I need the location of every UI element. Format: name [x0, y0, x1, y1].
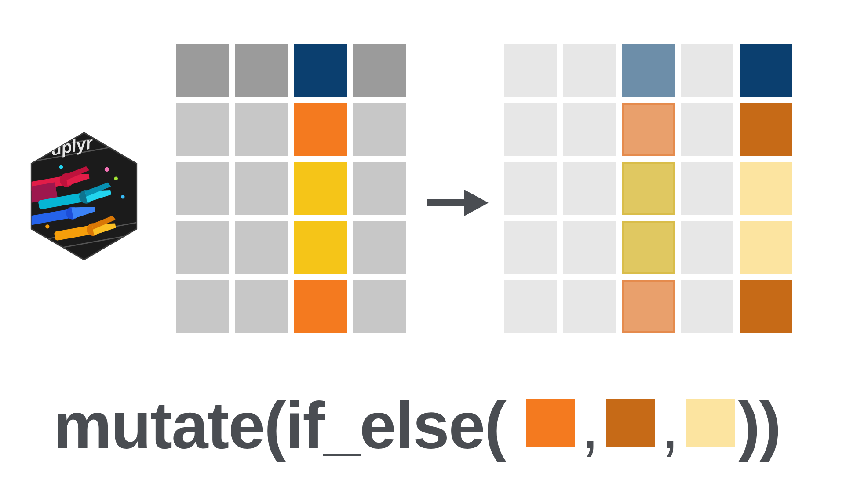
- output-cell-r1-c3: [681, 103, 733, 156]
- input-cell-r2-c3: [353, 162, 406, 215]
- caption-comma-1: ,: [581, 388, 598, 464]
- input-cell-r2-c1: [235, 162, 288, 215]
- output-cell-r1-c4: [740, 103, 792, 156]
- output-cell-r1-c2: [622, 103, 675, 156]
- input-grid: [176, 44, 406, 333]
- output-cell-r0-c4: [740, 44, 792, 97]
- code-caption: mutate(if_else( , , )): [53, 388, 780, 464]
- output-cell-r3-c3: [681, 221, 733, 274]
- caption-text-1: mutate(if_else(: [53, 388, 506, 464]
- output-cell-r2-c0: [504, 162, 557, 215]
- dplyr-hex-logo: dplyr: [27, 130, 141, 262]
- svg-point-25: [45, 224, 49, 228]
- input-cell-r0-c1: [235, 44, 288, 97]
- input-cell-r3-c3: [353, 221, 406, 274]
- output-cell-r2-c3: [681, 162, 733, 215]
- svg-marker-28: [464, 190, 489, 216]
- output-cell-r1-c0: [504, 103, 557, 156]
- output-cell-r2-c1: [563, 162, 616, 215]
- output-cell-r2-c4: [740, 162, 792, 215]
- input-cell-r1-c3: [353, 103, 406, 156]
- diagram-canvas: dplyr mutate(if_else( , , )): [0, 0, 868, 491]
- output-cell-r3-c4: [740, 221, 792, 274]
- input-cell-r0-c2: [294, 44, 347, 97]
- caption-square-true: [606, 399, 655, 447]
- output-cell-r4-c2: [622, 280, 675, 333]
- output-cell-r4-c3: [681, 280, 733, 333]
- input-cell-r1-c0: [176, 103, 229, 156]
- input-cell-r2-c0: [176, 162, 229, 215]
- input-cell-r0-c0: [176, 44, 229, 97]
- input-cell-r3-c2: [294, 221, 347, 274]
- arrow-icon: [427, 185, 489, 220]
- input-cell-r4-c2: [294, 280, 347, 333]
- input-cell-r2-c2: [294, 162, 347, 215]
- output-grid: [504, 44, 792, 333]
- caption-comma-2: ,: [661, 388, 678, 464]
- output-cell-r3-c1: [563, 221, 616, 274]
- input-cell-r0-c3: [353, 44, 406, 97]
- svg-rect-27: [427, 199, 467, 206]
- input-cell-r4-c0: [176, 280, 229, 333]
- input-cell-r4-c3: [353, 280, 406, 333]
- svg-point-26: [121, 195, 124, 198]
- output-cell-r3-c2: [622, 221, 675, 274]
- caption-square-false: [686, 399, 735, 447]
- output-cell-r3-c0: [504, 221, 557, 274]
- output-cell-r0-c3: [681, 44, 733, 97]
- caption-square-condition: [526, 399, 575, 447]
- output-cell-r2-c2: [622, 162, 675, 215]
- output-cell-r4-c4: [740, 280, 792, 333]
- svg-point-24: [59, 165, 63, 169]
- input-cell-r3-c0: [176, 221, 229, 274]
- input-cell-r4-c1: [235, 280, 288, 333]
- output-cell-r1-c1: [563, 103, 616, 156]
- input-cell-r1-c2: [294, 103, 347, 156]
- output-cell-r0-c1: [563, 44, 616, 97]
- input-cell-r3-c1: [235, 221, 288, 274]
- output-cell-r4-c1: [563, 280, 616, 333]
- output-cell-r0-c0: [504, 44, 557, 97]
- input-cell-r1-c1: [235, 103, 288, 156]
- caption-text-4: )): [738, 388, 780, 464]
- svg-point-22: [105, 167, 109, 172]
- output-cell-r4-c0: [504, 280, 557, 333]
- svg-point-23: [114, 177, 118, 180]
- output-cell-r0-c2: [622, 44, 675, 97]
